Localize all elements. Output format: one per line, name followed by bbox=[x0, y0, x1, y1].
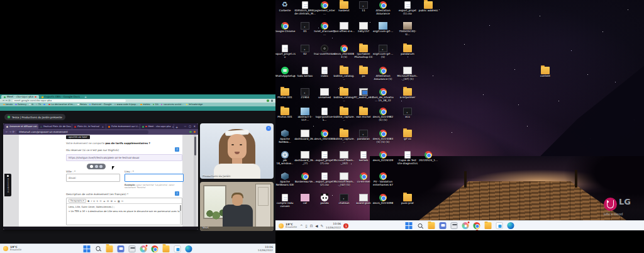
avatar[interactable] bbox=[267, 99, 269, 102]
desktop-icon[interactable]: ezgif.com-gif-... bbox=[372, 22, 394, 33]
editor-format-button[interactable]: ⊞ bbox=[111, 198, 113, 204]
weather-widget[interactable]: 19°C Ensoleillé bbox=[0, 245, 25, 252]
taskbar-app-calc[interactable] bbox=[451, 222, 458, 229]
accessibility-side-tab[interactable]: Accessibilité bbox=[4, 174, 11, 196]
ville-input[interactable]: douai bbox=[66, 174, 120, 182]
taskbar-app-edge[interactable] bbox=[186, 245, 192, 252]
bookmark-item[interactable]: La déclaration d'im... bbox=[48, 103, 75, 106]
taskbar-app-chrome[interactable] bbox=[152, 245, 158, 252]
desktop-icon[interactable]: devis_D224982 (1) (1) bbox=[372, 108, 394, 122]
desktop-icon[interactable]: reglement_inter... bbox=[314, 1, 335, 16]
editor-format-button[interactable]: U bbox=[93, 198, 95, 204]
desktop-icon[interactable]: Photos 001 bbox=[275, 108, 296, 119]
system-tray[interactable]: ^▯⊡◀✎ bbox=[300, 224, 326, 228]
taskbar-app-calc[interactable] bbox=[129, 245, 136, 252]
desktop-icon[interactable]: devis_20240083 (1) bbox=[333, 45, 355, 59]
desktop-icon[interactable]: po bbox=[353, 67, 374, 78]
taskbar-clock[interactable]: 10:06 14/06/2022 bbox=[326, 222, 343, 228]
desktop-icon[interactable]: bidline_capture... bbox=[333, 108, 355, 122]
pen-icon[interactable]: ✎ bbox=[320, 224, 323, 228]
help-icon[interactable]: ? bbox=[175, 147, 179, 152]
desktop-icon[interactable]: index bbox=[314, 67, 335, 78]
desktop-icon[interactable]: MicrosoftTeam..._(47) (1) bbox=[397, 67, 418, 81]
taskbar-app-photos[interactable] bbox=[462, 222, 469, 229]
taskbar-app-chat[interactable] bbox=[118, 245, 125, 252]
desktop-icon[interactable]: content bbox=[535, 67, 556, 78]
desktop-icon[interactable]: ▖01 bbox=[294, 22, 316, 33]
address-bar[interactable]: meet.google.com/cko-sqvc-pka bbox=[13, 99, 126, 103]
bookmark-item[interactable]: Relais bbox=[77, 103, 87, 106]
bookmark-item[interactable]: Matriciel - Google bbox=[89, 103, 112, 106]
desktop-icon[interactable]: ▖02 bbox=[294, 45, 316, 56]
desktop-icon[interactable]: a-intpolmer bbox=[397, 88, 418, 99]
desktop-icon[interactable]: avard-gson bbox=[353, 194, 374, 205]
desktop-icon[interactable]: Google Chrome bbox=[275, 22, 296, 33]
desktop-icon[interactable]: jdk 18_window... bbox=[275, 151, 296, 166]
mic-icon[interactable]: ▯ bbox=[306, 224, 308, 228]
close-tab-icon[interactable]: × bbox=[172, 125, 174, 128]
desktop-icon[interactable]: panda bbox=[314, 194, 335, 205]
bookmark-item[interactable]: Yellowbridge bbox=[186, 103, 203, 106]
desktop-icon[interactable]: Avis_de_situatio... 15_38_22 bbox=[372, 88, 394, 103]
taskbar-app-edge[interactable] bbox=[508, 222, 514, 229]
browser-tab[interactable]: Meet - cko-sqvc-pka× bbox=[140, 124, 174, 129]
desktop-icon[interactable]: ▖21904 bbox=[294, 88, 316, 99]
desktop-icon[interactable]: devis_D224083 (1) (1) (1) bbox=[372, 130, 394, 144]
taskbar-app-chat[interactable] bbox=[440, 222, 447, 229]
add-tariff-button[interactable]: AJOUTER UN TARIF bbox=[66, 135, 90, 139]
address-bar[interactable]: lillelanuit.com/proposer-un-evenement bbox=[16, 130, 148, 134]
meet-floating-controls[interactable] bbox=[87, 164, 106, 169]
editor-content[interactable]: Lens, Lille, Saint Omer, Valenciennes ) … bbox=[67, 204, 182, 215]
desktop-icon[interactable]: puss-prat bbox=[397, 194, 418, 205]
taskbar-app-explorer[interactable] bbox=[106, 245, 113, 252]
desktop-icon[interactable]: export_projet (1).csv bbox=[397, 1, 418, 16]
desktop-icon[interactable]: unnamed bbox=[314, 88, 335, 99]
desktop-icon[interactable]: 70A5O5C4Q-U... bbox=[397, 22, 418, 37]
desktop-icon[interactable]: KERVAUS_BRIE_ de contrats_M... bbox=[294, 1, 316, 16]
participant-video-tile[interactable]: • Productions du Jardin bbox=[200, 123, 274, 179]
browser-tab[interactable]: Annoncer et diffuser vot...× bbox=[4, 124, 38, 129]
taskbar-app-chrome[interactable] bbox=[474, 222, 480, 229]
close-button[interactable]: ✕ bbox=[194, 123, 196, 129]
desktop-icon[interactable]: dashboard_26..._(7) bbox=[294, 151, 316, 166]
rich-text-editor[interactable]: Paragraphe ▾ BIUS☰≡⊟⊞∞▦✂ Lens, Lille, Sa… bbox=[66, 198, 182, 225]
desktop-icon[interactable]: livret_d'accueil_... bbox=[314, 22, 335, 37]
desktop-icon[interactable]: hardelot bbox=[333, 1, 355, 13]
desktop-icon[interactable]: export_projet (2).csv bbox=[314, 172, 335, 187]
desktop-icon[interactable]: Attestation Assurance bbox=[372, 1, 394, 16]
taskbar-app-folder[interactable] bbox=[485, 222, 492, 229]
desktop-icon[interactable]: export_projet.csv bbox=[275, 45, 296, 59]
bookmark-item[interactable]: www.code-fr/pop... bbox=[114, 103, 138, 106]
desktop-icon[interactable]: Nos-offres-d-e... bbox=[333, 22, 355, 33]
desktop-icon[interactable]: Apache NetBeans IDE 13 bbox=[275, 172, 296, 187]
menu-icon[interactable] bbox=[271, 99, 274, 102]
desktop-icon[interactable]: Attestation Assurance (1) bbox=[372, 67, 394, 81]
desktop-icon[interactable]: ▖eco bbox=[397, 108, 418, 119]
desktop-icon[interactable]: Photos 001 bbox=[275, 88, 296, 99]
desktop-icon[interactable]: abstract-1-117... bbox=[294, 108, 316, 122]
browser-tab[interactable]: Plein Air, le Festival× bbox=[72, 124, 106, 129]
taskbar-app-search[interactable] bbox=[417, 222, 424, 229]
bookmark-item[interactable]: Th bbox=[36, 103, 41, 106]
desktop-icon[interactable]: 20220524_1... bbox=[418, 151, 439, 162]
volume-icon[interactable]: ◀ bbox=[315, 224, 318, 228]
bookmark-item[interactable]: vacances scolai... bbox=[161, 103, 184, 106]
avatar[interactable] bbox=[189, 131, 192, 133]
editor-format-button[interactable]: ▦ bbox=[118, 198, 120, 204]
desktop-icon[interactable]: public address bbox=[418, 1, 439, 13]
chevron-up-icon[interactable]: ^ bbox=[300, 224, 303, 228]
desktop-icon[interactable]: ▖pandaran bbox=[353, 130, 374, 141]
desktop-icon[interactable]: ▖11 bbox=[353, 1, 374, 13]
browser-tab[interactable]: Festival Plein Air de Dou...× bbox=[38, 124, 72, 129]
minimize-button[interactable]: — bbox=[184, 123, 186, 129]
editor-format-button[interactable]: ≡ bbox=[103, 198, 105, 204]
menu-icon[interactable] bbox=[194, 131, 196, 133]
bookmark-item[interactable]: DA bbox=[153, 103, 158, 106]
desktop-icon[interactable]: kerlaib bbox=[353, 151, 374, 162]
desktop-icon[interactable]: ▖ezgif.com-gif-... (1) bbox=[372, 45, 394, 59]
editor-format-button[interactable]: S bbox=[96, 198, 97, 204]
desktop-icon[interactable]: cat bbox=[294, 194, 316, 205]
desktop-icon[interactable]: devis_D224098 bbox=[372, 194, 394, 205]
taskbar-clock[interactable]: 10:06 14/06/2022 bbox=[258, 245, 275, 252]
taskbar-app-explorer[interactable] bbox=[428, 222, 435, 229]
